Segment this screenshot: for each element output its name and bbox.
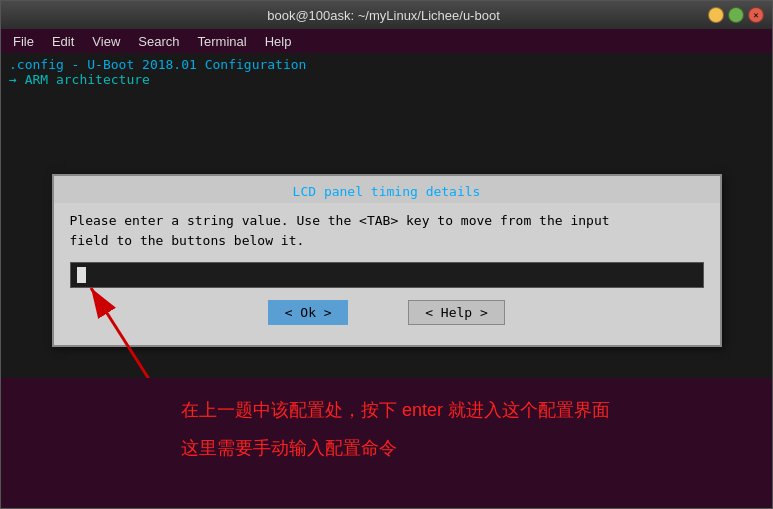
help-button[interactable]: < Help > <box>408 300 505 325</box>
close-button[interactable]: ✕ <box>748 7 764 23</box>
menu-help[interactable]: Help <box>257 32 300 51</box>
menu-search[interactable]: Search <box>130 32 187 51</box>
menu-file[interactable]: File <box>5 32 42 51</box>
dialog-buttons: < Ok > < Help > <box>70 300 704 337</box>
menubar: File Edit View Search Terminal Help <box>1 29 772 53</box>
dialog-input[interactable] <box>70 262 704 288</box>
titlebar-buttons: ✕ <box>708 7 764 23</box>
dialog-body: Please enter a string value. Use the <TA… <box>54 203 720 345</box>
annotation-text2: 这里需要手动输入配置命令 <box>181 436 397 460</box>
dialog-box: LCD panel timing details Please enter a … <box>52 174 722 347</box>
dialog-message-line2: field to the buttons below it. <box>70 231 704 251</box>
terminal-content: .config - U-Boot 2018.01 Configuration →… <box>1 53 772 508</box>
dialog-message: Please enter a string value. Use the <TA… <box>70 211 704 250</box>
dialog-title: LCD panel timing details <box>54 176 720 203</box>
menu-terminal[interactable]: Terminal <box>190 32 255 51</box>
annotation-area: 在上一题中该配置处，按下 enter 就进入这个配置界面 这里需要手动输入配置命… <box>1 378 772 508</box>
annotation-text1: 在上一题中该配置处，按下 enter 就进入这个配置界面 <box>181 398 610 422</box>
dialog-message-line1: Please enter a string value. Use the <TA… <box>70 211 704 231</box>
titlebar-title: book@100ask: ~/myLinux/Lichee/u-boot <box>59 8 708 23</box>
terminal-window: book@100ask: ~/myLinux/Lichee/u-boot ✕ F… <box>0 0 773 509</box>
maximize-button[interactable] <box>728 7 744 23</box>
dialog-cursor <box>77 267 86 283</box>
ok-button[interactable]: < Ok > <box>268 300 348 325</box>
menu-view[interactable]: View <box>84 32 128 51</box>
minimize-button[interactable] <box>708 7 724 23</box>
menu-edit[interactable]: Edit <box>44 32 82 51</box>
titlebar: book@100ask: ~/myLinux/Lichee/u-boot ✕ <box>1 1 772 29</box>
